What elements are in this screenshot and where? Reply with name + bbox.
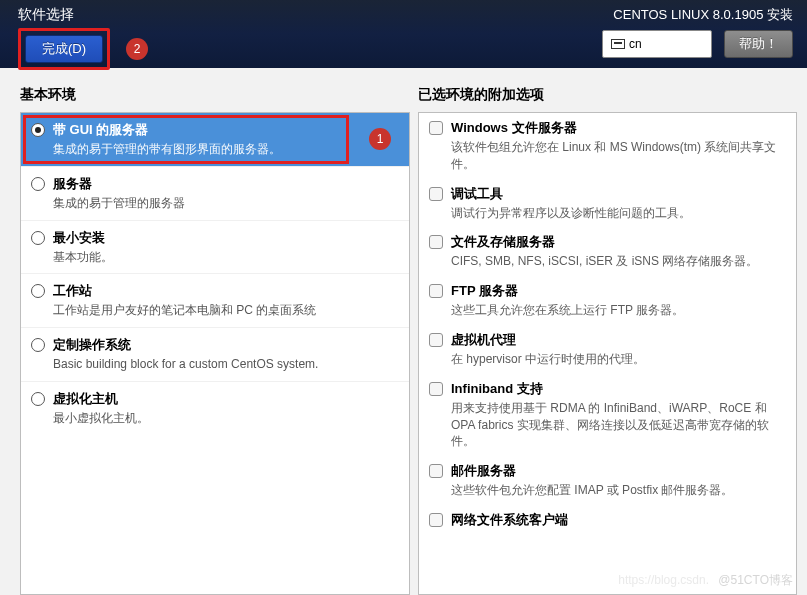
addon-item-label: 邮件服务器	[451, 462, 784, 480]
addon-item-label: FTP 服务器	[451, 282, 784, 300]
keyboard-layout-label: cn	[629, 37, 642, 51]
env-item-desc: 工作站是用户友好的笔记本电脑和 PC 的桌面系统	[53, 302, 397, 319]
env-item[interactable]: 服务器集成的易于管理的服务器	[21, 167, 409, 221]
radio-icon[interactable]	[31, 231, 45, 245]
checkbox-icon[interactable]	[429, 284, 443, 298]
addon-item-desc: 该软件包组允许您在 Linux 和 MS Windows(tm) 系统间共享文件…	[451, 139, 784, 173]
addon-item[interactable]: 调试工具调试行为异常程序以及诊断性能问题的工具。	[419, 179, 796, 228]
addon-item-desc: 这些软件包允许您配置 IMAP 或 Postfix 邮件服务器。	[451, 482, 784, 499]
checkbox-icon[interactable]	[429, 382, 443, 396]
addon-item-label: 文件及存储服务器	[451, 233, 784, 251]
env-item[interactable]: 定制操作系统Basic building block for a custom …	[21, 328, 409, 382]
env-item-label: 带 GUI 的服务器	[53, 121, 397, 139]
annotation-marker-2: 2	[126, 38, 148, 60]
env-item-label: 服务器	[53, 175, 397, 193]
addon-item[interactable]: 网络文件系统客户端	[419, 505, 796, 535]
addon-item-label: 虚拟机代理	[451, 331, 784, 349]
env-item-label: 定制操作系统	[53, 336, 397, 354]
checkbox-icon[interactable]	[429, 121, 443, 135]
env-item-label: 工作站	[53, 282, 397, 300]
done-button[interactable]: 完成(D)	[25, 35, 103, 63]
env-item-desc: 最小虚拟化主机。	[53, 410, 397, 427]
installer-title: CENTOS LINUX 8.0.1905 安装	[613, 6, 793, 24]
addon-item[interactable]: Windows 文件服务器该软件包组允许您在 Linux 和 MS Window…	[419, 113, 796, 179]
watermark: https://blog.csdn. @51CTO博客	[618, 572, 793, 589]
annotation-marker-1: 1	[369, 128, 391, 150]
env-item-desc: Basic building block for a custom CentOS…	[53, 356, 397, 373]
env-item[interactable]: 带 GUI 的服务器集成的易于管理的带有图形界面的服务器。1	[21, 113, 409, 167]
addon-item-label: 调试工具	[451, 185, 784, 203]
env-item-label: 最小安装	[53, 229, 397, 247]
annotation-highlight-done: 完成(D)	[18, 28, 110, 70]
addon-item-label: Windows 文件服务器	[451, 119, 784, 137]
checkbox-icon[interactable]	[429, 464, 443, 478]
keyboard-layout-selector[interactable]: cn	[602, 30, 712, 58]
help-button[interactable]: 帮助！	[724, 30, 793, 58]
env-item-desc: 集成的易于管理的服务器	[53, 195, 397, 212]
base-env-header: 基本环境	[20, 86, 410, 112]
addon-item-desc: 这些工具允许您在系统上运行 FTP 服务器。	[451, 302, 784, 319]
checkbox-icon[interactable]	[429, 187, 443, 201]
base-env-panel: 带 GUI 的服务器集成的易于管理的带有图形界面的服务器。1服务器集成的易于管理…	[20, 112, 410, 595]
main-area: 基本环境 带 GUI 的服务器集成的易于管理的带有图形界面的服务器。1服务器集成…	[0, 68, 807, 595]
addon-item-desc: 用来支持使用基于 RDMA 的 InfiniBand、iWARP、RoCE 和 …	[451, 400, 784, 450]
watermark-right: @51CTO博客	[718, 573, 793, 587]
env-item[interactable]: 虚拟化主机最小虚拟化主机。	[21, 382, 409, 435]
radio-icon[interactable]	[31, 392, 45, 406]
addons-header: 已选环境的附加选项	[418, 86, 797, 112]
checkbox-icon[interactable]	[429, 235, 443, 249]
top-bar: 软件选择 完成(D) 2 CENTOS LINUX 8.0.1905 安装 cn…	[0, 0, 807, 68]
page-title: 软件选择	[18, 6, 148, 24]
checkbox-icon[interactable]	[429, 333, 443, 347]
addon-item[interactable]: FTP 服务器这些工具允许您在系统上运行 FTP 服务器。	[419, 276, 796, 325]
addon-item[interactable]: Infiniband 支持用来支持使用基于 RDMA 的 InfiniBand、…	[419, 374, 796, 456]
env-item[interactable]: 工作站工作站是用户友好的笔记本电脑和 PC 的桌面系统	[21, 274, 409, 328]
radio-icon[interactable]	[31, 284, 45, 298]
radio-icon[interactable]	[31, 177, 45, 191]
addon-item-label: 网络文件系统客户端	[451, 511, 784, 529]
addon-item[interactable]: 虚拟机代理在 hypervisor 中运行时使用的代理。	[419, 325, 796, 374]
watermark-left: https://blog.csdn.	[618, 573, 709, 587]
addon-item-desc: 调试行为异常程序以及诊断性能问题的工具。	[451, 205, 784, 222]
addon-item-desc: 在 hypervisor 中运行时使用的代理。	[451, 351, 784, 368]
addon-item-label: Infiniband 支持	[451, 380, 784, 398]
radio-icon[interactable]	[31, 123, 45, 137]
addon-item[interactable]: 邮件服务器这些软件包允许您配置 IMAP 或 Postfix 邮件服务器。	[419, 456, 796, 505]
env-item-desc: 集成的易于管理的带有图形界面的服务器。	[53, 141, 397, 158]
env-item-label: 虚拟化主机	[53, 390, 397, 408]
env-item[interactable]: 最小安装基本功能。	[21, 221, 409, 275]
addon-item[interactable]: 文件及存储服务器CIFS, SMB, NFS, iSCSI, iSER 及 iS…	[419, 227, 796, 276]
checkbox-icon[interactable]	[429, 513, 443, 527]
keyboard-icon	[611, 39, 625, 49]
radio-icon[interactable]	[31, 338, 45, 352]
addon-item-desc: CIFS, SMB, NFS, iSCSI, iSER 及 iSNS 网络存储服…	[451, 253, 784, 270]
addons-panel: Windows 文件服务器该软件包组允许您在 Linux 和 MS Window…	[418, 112, 797, 595]
env-item-desc: 基本功能。	[53, 249, 397, 266]
